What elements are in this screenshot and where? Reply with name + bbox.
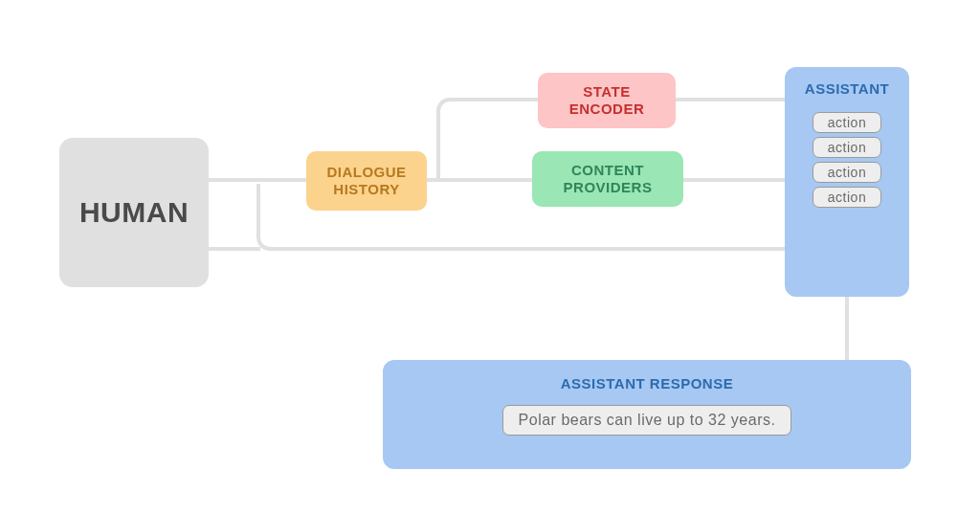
connector — [256, 184, 260, 228]
content-providers-node: CONTENT PROVIDERS — [532, 151, 683, 207]
connector — [683, 178, 787, 182]
connector — [427, 178, 534, 182]
state-encoder-node: STATE ENCODER — [538, 73, 676, 128]
assistant-response-text: Polar bears can live up to 32 years. — [502, 405, 792, 436]
assistant-response-node: ASSISTANT RESPONSE Polar bears can live … — [383, 360, 911, 469]
connector — [459, 98, 540, 101]
human-label: HUMAN — [79, 196, 189, 229]
action-pill: action — [813, 112, 881, 133]
dialogue-history-node: DIALOGUE HISTORY — [306, 151, 427, 211]
action-pill: action — [813, 187, 881, 208]
assistant-actions: action action action action — [813, 112, 881, 208]
connector — [676, 98, 787, 101]
assistant-label: ASSISTANT — [805, 80, 889, 97]
state-line2: ENCODER — [569, 101, 645, 118]
connector — [209, 247, 260, 251]
connector — [436, 121, 440, 180]
dialogue-line2: HISTORY — [333, 181, 399, 198]
action-pill: action — [813, 137, 881, 158]
content-line2: PROVIDERS — [564, 179, 653, 196]
connector — [209, 178, 308, 182]
assistant-response-title: ASSISTANT RESPONSE — [561, 375, 733, 392]
assistant-node: ASSISTANT action action action action — [785, 67, 909, 297]
connector — [279, 247, 787, 251]
action-pill: action — [813, 162, 881, 183]
dialogue-line1: DIALOGUE — [326, 164, 406, 181]
connector — [845, 295, 849, 362]
state-line1: STATE — [583, 83, 630, 101]
human-node: HUMAN — [59, 138, 209, 287]
content-line1: CONTENT — [571, 162, 644, 179]
diagram-canvas: HUMAN DIALOGUE HISTORY STATE ENCODER CON… — [0, 0, 980, 515]
connector-corner — [436, 98, 463, 124]
